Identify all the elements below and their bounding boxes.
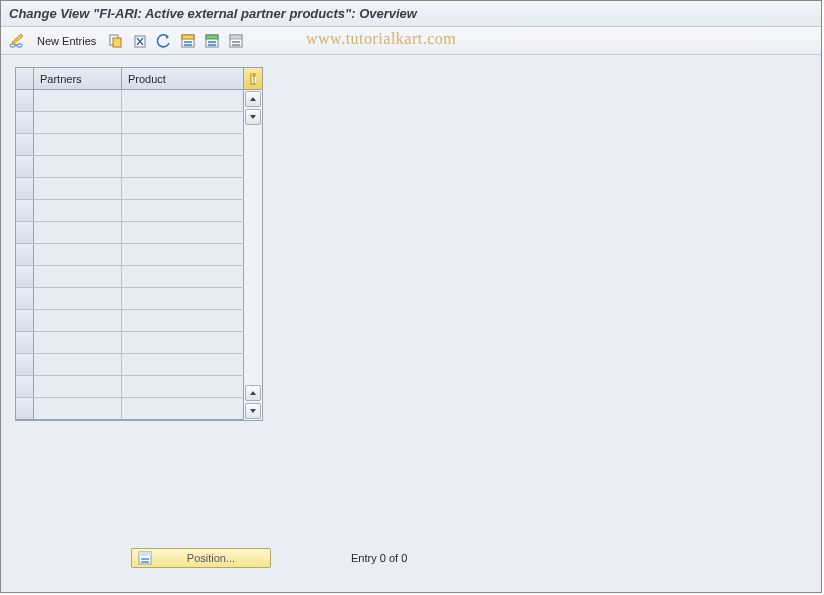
column-header-partners[interactable]: Partners [34,68,122,89]
table-header: Partners Product [16,68,262,90]
table-row [16,266,244,288]
svg-rect-19 [232,44,240,46]
select-block-icon [204,33,220,49]
column-header-product[interactable]: Product [122,68,244,89]
row-selector[interactable] [16,112,34,133]
row-selector[interactable] [16,222,34,243]
cell-partners[interactable] [34,112,122,133]
new-entries-button[interactable]: New Entries [31,31,102,51]
svg-rect-4 [113,38,121,47]
scroll-up-button[interactable] [245,91,261,107]
svg-rect-10 [184,41,192,43]
row-selector[interactable] [16,376,34,397]
position-icon [138,551,152,565]
cell-partners[interactable] [34,310,122,331]
scroll-down-button[interactable] [245,403,261,419]
table-row [16,134,244,156]
row-selector[interactable] [16,134,34,155]
pencil-glasses-icon [9,33,25,49]
toggle-display-button[interactable] [7,31,27,51]
table-row [16,156,244,178]
row-selector[interactable] [16,288,34,309]
select-all-button[interactable] [178,31,198,51]
row-selector[interactable] [16,354,34,375]
cell-partners[interactable] [34,178,122,199]
row-selector[interactable] [16,266,34,287]
select-block-button[interactable] [202,31,222,51]
table-row [16,178,244,200]
table-row [16,200,244,222]
app-frame: Change View "FI-ARI: Active external par… [0,0,822,593]
copy-icon [108,33,124,49]
row-selector[interactable] [16,90,34,111]
undo-button[interactable] [154,31,174,51]
cell-product[interactable] [122,266,244,287]
entry-count-text: Entry 0 of 0 [351,552,407,564]
cell-product[interactable] [122,134,244,155]
deselect-all-button[interactable] [226,31,246,51]
table-body [16,90,262,420]
deselect-all-icon [228,33,244,49]
row-selector[interactable] [16,398,34,419]
row-selector[interactable] [16,332,34,353]
scroll-track[interactable] [245,126,261,384]
chevron-down-icon [249,113,257,121]
table-row [16,222,244,244]
svg-rect-0 [10,44,15,47]
delete-icon [132,33,148,49]
scroll-down-step-button[interactable] [245,109,261,125]
cell-product[interactable] [122,156,244,177]
chevron-up-icon [249,95,257,103]
cell-product[interactable] [122,178,244,199]
table-row [16,288,244,310]
svg-rect-25 [139,552,151,556]
cell-product[interactable] [122,354,244,375]
position-button[interactable]: Position... [131,548,271,568]
cell-product[interactable] [122,288,244,309]
row-selector[interactable] [16,310,34,331]
svg-rect-15 [208,44,216,46]
cell-product[interactable] [122,332,244,353]
watermark: www.tutorialkart.com [306,30,456,48]
table-settings-button[interactable] [244,68,262,89]
cell-partners[interactable] [34,200,122,221]
cell-partners[interactable] [34,156,122,177]
cell-partners[interactable] [34,134,122,155]
cell-partners[interactable] [34,90,122,111]
row-selector[interactable] [16,244,34,265]
cell-product[interactable] [122,222,244,243]
cell-partners[interactable] [34,354,122,375]
chevron-up-icon [249,389,257,397]
undo-icon [156,33,172,49]
scroll-up-step-button[interactable] [245,385,261,401]
cell-product[interactable] [122,310,244,331]
svg-rect-9 [182,35,194,39]
cell-product[interactable] [122,376,244,397]
cell-partners[interactable] [34,332,122,353]
cell-product[interactable] [122,90,244,111]
delete-button[interactable] [130,31,150,51]
cell-partners[interactable] [34,376,122,397]
svg-rect-13 [206,35,218,39]
table-row [16,310,244,332]
table-row [16,244,244,266]
column-header-selector[interactable] [16,68,34,89]
cell-partners[interactable] [34,266,122,287]
table-row [16,332,244,354]
cell-product[interactable] [122,244,244,265]
cell-partners[interactable] [34,288,122,309]
row-selector[interactable] [16,156,34,177]
cell-product[interactable] [122,200,244,221]
cell-product[interactable] [122,398,244,419]
cell-partners[interactable] [34,398,122,419]
footer: Position... Entry 0 of 0 [131,548,407,568]
chevron-down-icon [249,407,257,415]
cell-product[interactable] [122,112,244,133]
copy-as-button[interactable] [106,31,126,51]
row-selector[interactable] [16,178,34,199]
cell-partners[interactable] [34,244,122,265]
row-selector[interactable] [16,200,34,221]
cell-partners[interactable] [34,222,122,243]
main-area: Partners Product [1,57,821,592]
vertical-scrollbar[interactable] [244,90,262,420]
